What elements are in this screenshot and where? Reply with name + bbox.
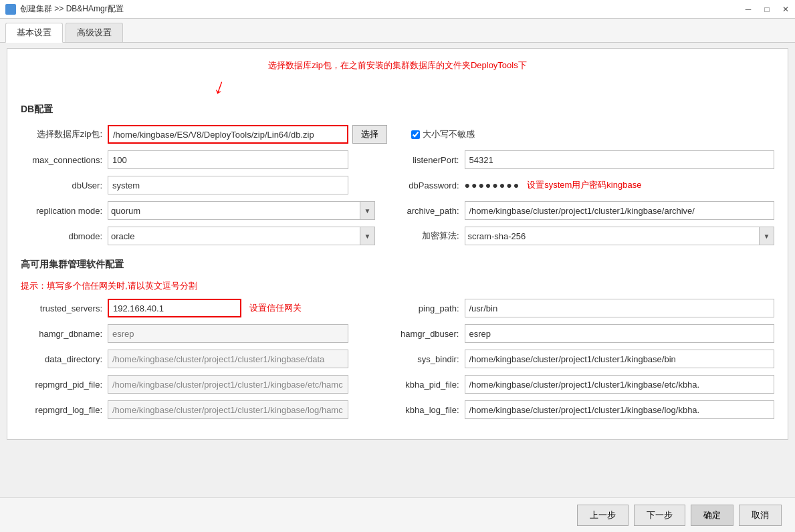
db-user-input[interactable] [108,176,348,194]
trusted-ping-row: trusted_servers: 设置信任网关 ping_path: [21,299,774,317]
encryption-dropdown-icon[interactable]: ▼ [760,227,774,245]
replication-mode-select-wrapper: quorum sync async ▼ [108,201,375,220]
trusted-servers-input[interactable] [108,299,241,317]
bottom-bar: 上一步 下一步 确定 取消 [0,497,795,532]
ping-path-input[interactable] [465,299,775,317]
red-arrow-icon: ↓ [211,73,229,100]
repmgrd-pid-col: repmgrd_pid_file: [21,375,398,394]
repmgrd-log-label: repmgrd_log_file: [21,405,108,415]
user-password-row: dbUser: dbPassword: ●●●●●●●● 设置system用户密… [21,176,774,194]
sys-bindir-input[interactable] [465,350,775,368]
repmgrd-log-col: repmgrd_log_file: [21,400,398,419]
dbmode-encrypt-row: dbmode: oracle pg ▼ 加密算法: scram-sha-256 [21,227,774,245]
dbmode-select-wrapper: oracle pg ▼ [108,227,375,245]
kbha-pid-input[interactable] [465,375,775,394]
sys-bindir-col: sys_bindir: [398,350,775,368]
archive-path-label: archive_path: [398,206,465,216]
hamgr-db-row: hamgr_dbname: hamgr_dbuser: [21,324,774,343]
app-icon [5,4,16,15]
replication-mode-dropdown-icon[interactable]: ▼ [360,201,375,220]
dbmode-select[interactable]: oracle pg [108,227,360,245]
window-title: 创建集群 >> DB&HAmgr配置 [20,3,124,15]
db-user-label: dbUser: [21,180,108,190]
minimize-button[interactable]: ─ [739,0,758,19]
db-user-col: dbUser: [21,176,398,194]
log-file-row: repmgrd_log_file: kbha_log_file: [21,400,774,419]
close-button[interactable]: ✕ [776,0,795,19]
data-directory-col: data_directory: [21,350,398,368]
data-dir-bindir-row: data_directory: sys_bindir: [21,350,774,368]
data-directory-label: data_directory: [21,354,108,364]
replication-archive-row: replication mode: quorum sync async ▼ ar… [21,201,774,220]
prev-button[interactable]: 上一步 [577,505,629,526]
tab-bar: 基本设置 高级设置 [0,19,795,43]
ping-path-label: ping_path: [398,303,465,313]
case-insensitive-label: 大小写不敏感 [423,128,475,140]
db-password-dots: ●●●●●●●● [465,180,521,190]
case-insensitive-area: 大小写不敏感 [411,128,475,140]
hamgr-dbname-label: hamgr_dbname: [21,329,108,339]
ha-sub-hint: 提示：填写多个信任网关时,请以英文逗号分割 [21,280,774,292]
trusted-servers-col: trusted_servers: 设置信任网关 [21,299,398,317]
case-insensitive-checkbox[interactable] [411,130,420,139]
zip-row: 选择数据库zip包: 选择 大小写不敏感 [21,125,774,144]
maximize-button[interactable]: □ [758,0,776,19]
zip-label: 选择数据库zip包: [21,128,108,140]
zip-left-col: 选择数据库zip包: 选择 [21,125,392,144]
window-controls: ─ □ ✕ [739,0,795,19]
hamgr-dbuser-label: hamgr_dbuser: [398,329,465,339]
zip-right-col: 大小写不敏感 [392,128,775,140]
data-directory-input[interactable] [108,350,348,368]
db-password-hint: 设置system用户密码kingbase [527,179,641,191]
hamgr-dbuser-col: hamgr_dbuser: [398,324,775,343]
replication-mode-label: replication mode: [21,206,108,216]
hamgr-dbname-col: hamgr_dbname: [21,324,398,343]
trusted-servers-hint: 设置信任网关 [249,302,302,314]
listener-port-label: listenerPort: [398,155,465,165]
hamgr-dbuser-input[interactable] [465,324,775,343]
main-scroll-container: 选择数据库zip包，在之前安装的集群数据库的文件夹DeployTools下 ↓ … [7,48,788,440]
repmgrd-log-input[interactable] [108,400,348,419]
listener-port-input[interactable] [465,150,775,169]
kbha-log-input[interactable] [465,400,775,419]
kbha-pid-label: kbha_pid_file: [398,380,465,390]
repmgrd-pid-input[interactable] [108,375,348,394]
max-connections-input[interactable] [108,150,348,169]
dbmode-col: dbmode: oracle pg ▼ [21,227,398,245]
replication-mode-col: replication mode: quorum sync async ▼ [21,201,398,220]
archive-path-col: archive_path: [398,201,775,220]
confirm-button[interactable]: 确定 [691,505,733,526]
connections-port-row: max_connections: listenerPort: [21,150,774,169]
kbha-log-label: kbha_log_file: [398,405,465,415]
db-password-label: dbPassword: [398,180,465,190]
choose-button[interactable]: 选择 [352,125,387,144]
db-password-col: dbPassword: ●●●●●●●● 设置system用户密码kingbas… [398,179,775,191]
next-button[interactable]: 下一步 [634,505,685,526]
dbmode-label: dbmode: [21,231,108,241]
max-connections-label: max_connections: [21,155,108,165]
encryption-col: 加密算法: scram-sha-256 md5 ▼ [398,227,775,245]
zip-input[interactable] [108,125,348,144]
pid-file-row: repmgrd_pid_file: kbha_pid_file: [21,375,774,394]
encryption-label: 加密算法: [398,230,465,242]
ha-section-title: 高可用集群管理软件配置 [21,259,774,271]
tab-basic-settings[interactable]: 基本设置 [5,23,63,43]
encryption-select[interactable]: scram-sha-256 md5 [465,227,760,245]
kbha-pid-col: kbha_pid_file: [398,375,775,394]
replication-mode-select[interactable]: quorum sync async [108,201,360,220]
content-scroll-area: 选择数据库zip包，在之前安装的集群数据库的文件夹DeployTools下 ↓ … [0,43,795,445]
max-connections-col: max_connections: [21,150,398,169]
kbha-log-col: kbha_log_file: [398,400,775,419]
db-section-title: DB配置 [21,104,774,116]
top-hint-text: 选择数据库zip包，在之前安装的集群数据库的文件夹DeployTools下 [268,60,526,70]
sys-bindir-label: sys_bindir: [398,354,465,364]
tab-advanced-settings[interactable]: 高级设置 [66,23,123,42]
ping-path-col: ping_path: [398,299,775,317]
dbmode-dropdown-icon[interactable]: ▼ [360,227,375,245]
repmgrd-pid-label: repmgrd_pid_file: [21,380,108,390]
archive-path-input[interactable] [465,201,775,220]
cancel-button[interactable]: 取消 [739,505,782,526]
trusted-servers-label: trusted_servers: [21,303,108,313]
hamgr-dbname-input[interactable] [108,324,348,343]
encryption-select-wrapper: scram-sha-256 md5 ▼ [465,227,775,245]
